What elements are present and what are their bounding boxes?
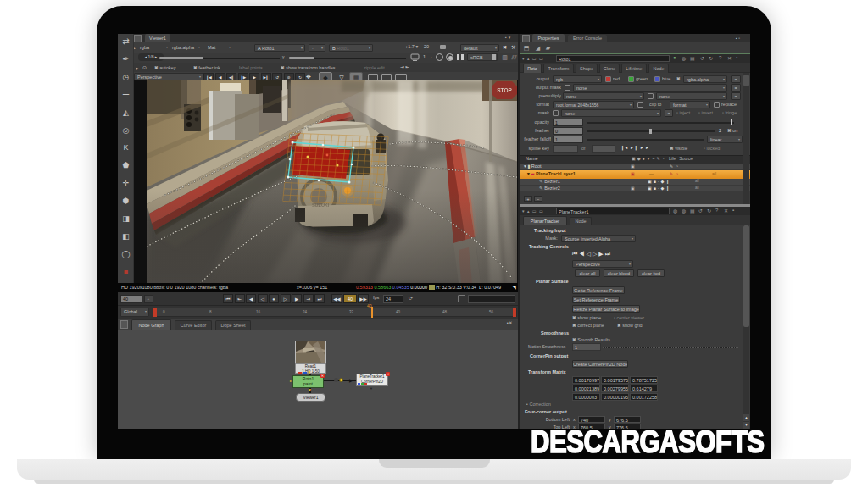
svg-text:STOP: STOP bbox=[497, 87, 512, 93]
